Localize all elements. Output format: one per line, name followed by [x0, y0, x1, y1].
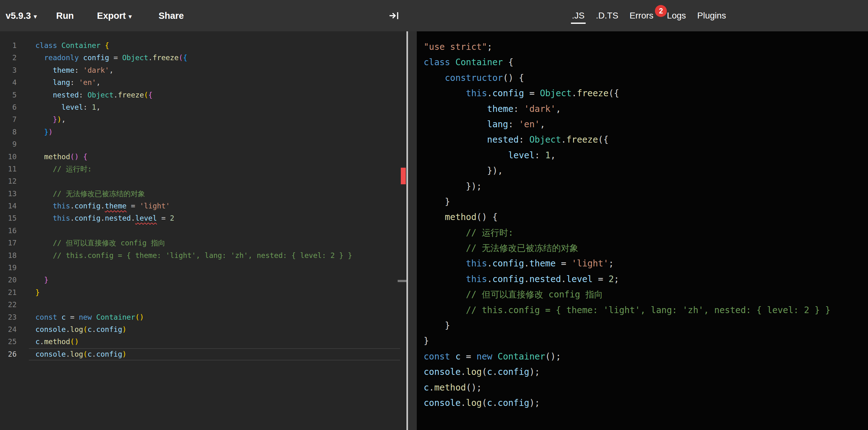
collapse-sidebar-button[interactable]	[389, 11, 400, 21]
code-token: .	[70, 202, 74, 210]
tab-plugins[interactable]: Plugins	[697, 0, 726, 31]
code-token	[424, 134, 487, 145]
code-line[interactable]: })	[35, 126, 352, 138]
code-token: .	[487, 258, 492, 269]
code-line[interactable]: class Container {	[35, 39, 352, 52]
code-line[interactable]: const c = new Container()	[35, 311, 352, 324]
code-token	[492, 351, 498, 362]
code-line[interactable]	[35, 225, 352, 237]
output-line: // 运行时:	[424, 225, 868, 240]
sidebar-tabs: .JS .D.TS Errors 2 Logs Plugins	[408, 0, 868, 31]
code-token	[424, 119, 487, 129]
code-line[interactable]: }	[35, 286, 352, 299]
code-token: =	[524, 88, 540, 98]
code-line[interactable]: // 但可以直接修改 config 指向	[35, 237, 352, 249]
code-token: level	[135, 214, 157, 222]
code-line[interactable]: // 无法修改已被冻结的对象	[35, 188, 352, 200]
code-line[interactable]: theme: 'dark',	[35, 64, 352, 76]
code-token: lang	[53, 79, 70, 87]
code-token: config	[498, 367, 529, 377]
code-line[interactable]: this.config.theme = 'light'	[35, 200, 352, 212]
code-token: method	[434, 382, 466, 393]
code-token: log	[70, 350, 83, 358]
line-number: 7	[0, 114, 28, 126]
code-line[interactable]	[35, 262, 352, 274]
pane-resize-divider[interactable]	[406, 31, 408, 430]
code-token: }	[424, 320, 450, 331]
code-token: ,	[540, 119, 545, 129]
code-line[interactable]	[35, 175, 352, 187]
code-line[interactable]: console.log(c.config)	[35, 348, 352, 361]
code-token: log	[466, 398, 482, 408]
code-line[interactable]: lang: 'en',	[35, 76, 352, 89]
code-token: this	[53, 214, 70, 222]
code-token: const	[424, 351, 450, 362]
code-token: method	[44, 338, 70, 346]
code-token: (	[83, 350, 87, 358]
line-number: 17	[0, 237, 28, 249]
code-token: .	[70, 214, 74, 222]
code-line[interactable]: // 运行时:	[35, 163, 352, 175]
code-line[interactable]	[35, 138, 352, 150]
code-line[interactable]: // this.config = { theme: 'light', lang:…	[35, 249, 352, 262]
code-token	[101, 41, 105, 50]
code-token: level	[508, 150, 535, 160]
code-line[interactable]: this.config.nested.level = 2	[35, 212, 352, 224]
editor-code[interactable]: class Container { readonly config = Obje…	[35, 39, 352, 361]
code-token	[424, 227, 466, 238]
code-token: .	[492, 398, 498, 408]
output-line: class Container {	[424, 55, 868, 70]
code-token: config	[83, 54, 109, 62]
js-output-panel[interactable]: "use strict";class Container { construct…	[417, 31, 868, 430]
collapse-right-icon	[389, 11, 400, 21]
code-token: .	[487, 274, 492, 284]
version-menu-button[interactable]: v5.9.3 ▾	[6, 11, 37, 21]
code-token: :	[535, 150, 545, 160]
code-token: :	[70, 79, 79, 87]
tab-logs[interactable]: Logs	[667, 0, 686, 31]
tab-errors[interactable]: Errors	[629, 0, 653, 31]
output-line: }	[424, 318, 868, 333]
code-token: ,	[556, 104, 561, 114]
code-token	[424, 305, 466, 315]
code-token: // 无法修改已被冻结的对象	[53, 190, 145, 198]
code-token: config	[74, 214, 101, 222]
code-token: console	[424, 367, 461, 377]
code-line[interactable]: console.log(c.config)	[35, 324, 352, 336]
code-line[interactable]: }),	[35, 114, 352, 126]
line-number: 2	[0, 52, 28, 64]
code-token: =	[127, 202, 140, 210]
code-line[interactable]: }	[35, 274, 352, 286]
code-token: (	[83, 325, 87, 334]
code-editor[interactable]: 1234567891011121314151617181920212223242…	[0, 31, 406, 430]
code-line[interactable]: c.method()	[35, 336, 352, 348]
code-token	[450, 351, 455, 362]
code-line[interactable]: level: 1,	[35, 101, 352, 114]
tab-js[interactable]: .JS	[572, 0, 584, 31]
code-line[interactable]: method() {	[35, 151, 352, 163]
code-line[interactable]: readonly config = Object.freeze({	[35, 52, 352, 64]
code-token	[424, 258, 466, 269]
scrollbar-handle[interactable]	[398, 280, 406, 282]
line-number: 11	[0, 163, 28, 175]
run-button[interactable]: Run	[56, 11, 74, 21]
code-line[interactable]: nested: Object.freeze({	[35, 89, 352, 101]
code-token	[424, 73, 445, 83]
code-token: (	[179, 54, 183, 62]
code-token: .	[66, 350, 70, 358]
share-button[interactable]: Share	[159, 11, 184, 21]
code-line[interactable]	[35, 299, 352, 311]
tab-dts[interactable]: .D.TS	[596, 0, 619, 31]
error-overview-mark	[401, 168, 406, 184]
code-token: (	[482, 398, 487, 408]
code-token: ()	[70, 338, 79, 346]
code-token: }	[424, 336, 429, 346]
code-token: Object	[122, 54, 148, 62]
code-token: }	[35, 288, 40, 297]
code-token: .	[461, 398, 466, 408]
code-token: .	[561, 274, 566, 284]
export-menu-button[interactable]: Export ▾	[97, 11, 132, 21]
output-line: const c = new Container();	[424, 349, 868, 364]
line-number-gutter[interactable]: 1234567891011121314151617181920212223242…	[0, 39, 28, 361]
line-number: 4	[0, 76, 28, 89]
